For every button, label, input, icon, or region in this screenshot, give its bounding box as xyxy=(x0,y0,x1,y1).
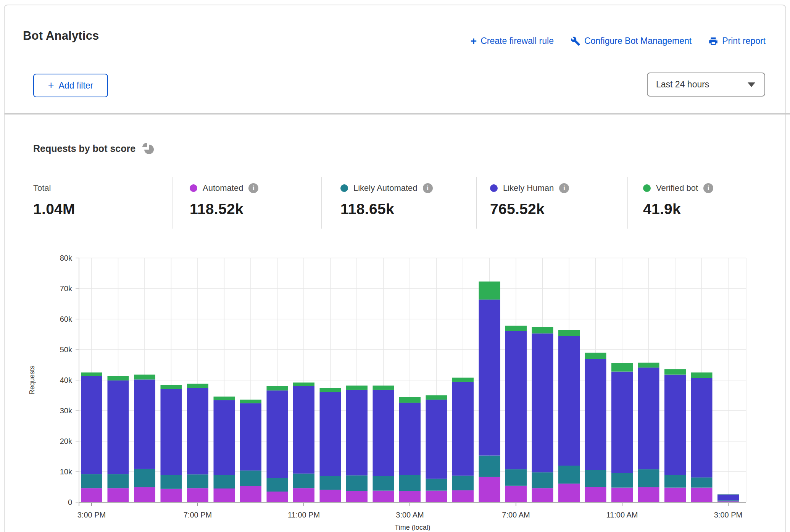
bar-segment-automated[interactable] xyxy=(214,488,235,502)
bar-segment-likely-human[interactable] xyxy=(346,390,368,476)
bar-segment-verified-bot[interactable] xyxy=(399,397,421,403)
info-icon[interactable]: i xyxy=(559,183,569,193)
bar-segment-automated[interactable] xyxy=(717,501,739,502)
bar-segment-verified-bot[interactable] xyxy=(585,353,606,359)
bar-segment-likely-automated[interactable] xyxy=(320,476,341,490)
bar-segment-likely-automated[interactable] xyxy=(108,474,129,488)
bar-segment-automated[interactable] xyxy=(664,488,686,502)
bar-segment-likely-human[interactable] xyxy=(134,379,155,469)
bar-segment-likely-human[interactable] xyxy=(691,378,713,477)
bar-segment-verified-bot[interactable] xyxy=(373,385,394,390)
bar-segment-likely-automated[interactable] xyxy=(505,469,527,486)
bar-segment-automated[interactable] xyxy=(558,484,580,502)
bar-segment-likely-human[interactable] xyxy=(717,495,739,501)
bar-segment-automated[interactable] xyxy=(187,488,208,502)
bar-segment-verified-bot[interactable] xyxy=(664,369,686,374)
bar-segment-likely-automated[interactable] xyxy=(293,474,314,488)
bar-segment-likely-human[interactable] xyxy=(214,400,235,475)
bar-segment-likely-automated[interactable] xyxy=(558,466,580,484)
pie-chart-icon[interactable] xyxy=(142,143,154,154)
bar-segment-likely-human[interactable] xyxy=(108,380,129,474)
bar-segment-likely-human[interactable] xyxy=(267,390,288,478)
bar-segment-verified-bot[interactable] xyxy=(320,388,341,392)
bar-segment-likely-automated[interactable] xyxy=(373,476,394,490)
bar-segment-verified-bot[interactable] xyxy=(134,375,155,380)
bar-segment-automated[interactable] xyxy=(373,491,394,502)
bar-segment-verified-bot[interactable] xyxy=(691,372,713,378)
bar-segment-likely-human[interactable] xyxy=(373,390,394,476)
info-icon[interactable]: i xyxy=(423,183,433,193)
bar-segment-likely-automated[interactable] xyxy=(585,470,606,487)
bar-segment-verified-bot[interactable] xyxy=(479,282,500,300)
bar-segment-verified-bot[interactable] xyxy=(532,327,553,334)
bar-segment-likely-automated[interactable] xyxy=(452,476,474,490)
bar-segment-automated[interactable] xyxy=(452,490,474,502)
bar-segment-automated[interactable] xyxy=(134,487,155,502)
bar-segment-automated[interactable] xyxy=(638,487,659,502)
bar-segment-likely-human[interactable] xyxy=(505,331,527,469)
bar-segment-verified-bot[interactable] xyxy=(187,384,208,388)
bar-segment-verified-bot[interactable] xyxy=(558,330,580,336)
bar-segment-likely-automated[interactable] xyxy=(81,474,102,488)
bar-segment-verified-bot[interactable] xyxy=(611,363,633,371)
bar-segment-likely-automated[interactable] xyxy=(717,500,739,501)
bar-segment-likely-human[interactable] xyxy=(532,334,553,472)
bar-segment-verified-bot[interactable] xyxy=(267,386,288,390)
bar-segment-verified-bot[interactable] xyxy=(214,397,235,400)
configure-bot-management-link[interactable]: Configure Bot Management xyxy=(571,36,692,46)
create-firewall-rule-link[interactable]: + Create firewall rule xyxy=(471,36,554,46)
bar-segment-likely-automated[interactable] xyxy=(532,472,553,488)
bar-segment-likely-human[interactable] xyxy=(240,403,261,471)
bar-segment-likely-human[interactable] xyxy=(558,336,580,466)
bar-segment-automated[interactable] xyxy=(320,490,341,502)
bar-segment-likely-automated[interactable] xyxy=(399,475,421,491)
bar-segment-verified-bot[interactable] xyxy=(426,395,447,400)
bar-segment-verified-bot[interactable] xyxy=(346,385,368,390)
bar-segment-automated[interactable] xyxy=(426,491,447,502)
bar-segment-likely-automated[interactable] xyxy=(638,469,659,487)
bar-segment-likely-automated[interactable] xyxy=(134,469,155,487)
bar-segment-likely-human[interactable] xyxy=(638,368,659,469)
bar-segment-likely-automated[interactable] xyxy=(691,477,713,487)
bar-segment-likely-automated[interactable] xyxy=(187,474,208,488)
bar-segment-likely-automated[interactable] xyxy=(240,471,261,486)
bar-segment-automated[interactable] xyxy=(161,489,182,502)
bar-segment-likely-human[interactable] xyxy=(452,382,474,476)
bar-segment-likely-human[interactable] xyxy=(161,389,182,475)
bar-segment-likely-automated[interactable] xyxy=(346,476,368,491)
bar-segment-likely-automated[interactable] xyxy=(664,475,686,488)
bar-segment-automated[interactable] xyxy=(505,486,527,502)
bar-segment-verified-bot[interactable] xyxy=(81,372,102,376)
bar-segment-likely-automated[interactable] xyxy=(161,475,182,489)
bar-segment-likely-human[interactable] xyxy=(399,403,421,475)
add-filter-button[interactable]: + Add filter xyxy=(33,74,108,97)
bar-segment-verified-bot[interactable] xyxy=(505,326,527,331)
bar-segment-likely-automated[interactable] xyxy=(426,479,447,490)
print-report-link[interactable]: Print report xyxy=(708,36,766,46)
bar-segment-likely-automated[interactable] xyxy=(479,456,500,477)
bar-segment-automated[interactable] xyxy=(108,488,129,502)
bar-segment-automated[interactable] xyxy=(346,491,368,502)
bar-segment-likely-human[interactable] xyxy=(187,388,208,474)
bar-segment-verified-bot[interactable] xyxy=(638,363,659,368)
bar-segment-verified-bot[interactable] xyxy=(240,400,261,403)
bar-segment-automated[interactable] xyxy=(611,488,633,502)
bar-segment-automated[interactable] xyxy=(532,488,553,502)
bar-segment-verified-bot[interactable] xyxy=(293,382,314,386)
bar-segment-likely-automated[interactable] xyxy=(267,478,288,492)
bar-segment-automated[interactable] xyxy=(293,488,314,502)
bar-segment-verified-bot[interactable] xyxy=(108,376,129,380)
bar-segment-likely-human[interactable] xyxy=(479,300,500,456)
bar-segment-automated[interactable] xyxy=(81,488,102,502)
bar-segment-automated[interactable] xyxy=(399,491,421,502)
bar-segment-likely-automated[interactable] xyxy=(214,475,235,488)
bar-segment-likely-human[interactable] xyxy=(426,400,447,479)
bar-segment-automated[interactable] xyxy=(585,487,606,502)
bar-segment-likely-human[interactable] xyxy=(611,372,633,473)
bar-segment-likely-human[interactable] xyxy=(664,375,686,475)
info-icon[interactable]: i xyxy=(248,183,258,193)
info-icon[interactable]: i xyxy=(703,183,713,193)
bar-segment-likely-human[interactable] xyxy=(293,386,314,474)
bar-segment-likely-automated[interactable] xyxy=(611,473,633,487)
bar-segment-likely-human[interactable] xyxy=(81,376,102,474)
